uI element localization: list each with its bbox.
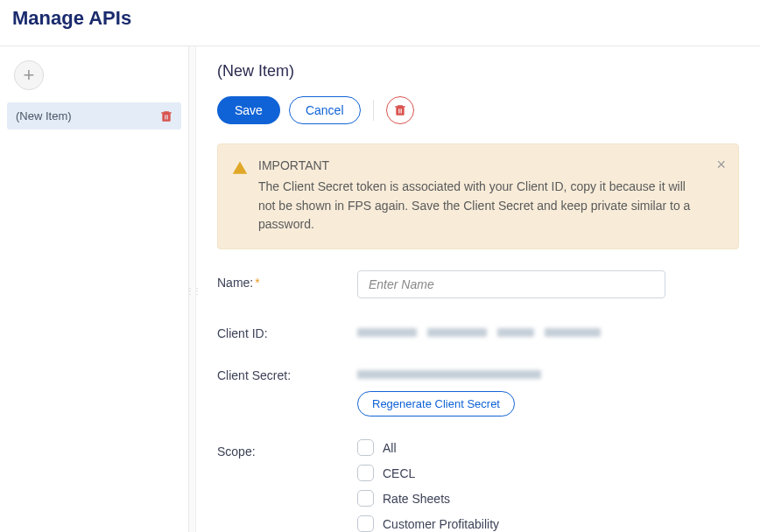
form-row-scope: Scope: All CECL Rate Sheets	[217, 439, 739, 532]
form-row-client-secret: Client Secret: Regenerate Client Secret	[217, 363, 739, 416]
client-secret-value-redacted	[357, 363, 665, 379]
scope-label: Scope:	[217, 439, 357, 458]
alert-body: IMPORTANT The Client Secret token is ass…	[258, 158, 703, 234]
close-icon[interactable]: ×	[716, 157, 726, 172]
required-indicator: *	[255, 276, 259, 290]
regenerate-secret-button[interactable]: Regenerate Client Secret	[357, 391, 515, 416]
delete-button[interactable]	[386, 96, 414, 124]
alert-title: IMPORTANT	[258, 158, 703, 172]
client-id-label: Client ID:	[217, 321, 357, 340]
content-pane: (New Item) Save Cancel IMPORTANT The Cli…	[196, 46, 760, 532]
checkbox-icon	[357, 515, 374, 532]
sidebar-item-new[interactable]: (New Item)	[7, 102, 181, 130]
sidebar: + (New Item)	[0, 46, 189, 532]
client-secret-label: Client Secret:	[217, 363, 357, 382]
scope-checkbox-list: All CECL Rate Sheets Customer Profitabil…	[357, 439, 665, 532]
trash-icon[interactable]	[160, 110, 172, 122]
important-alert: IMPORTANT The Client Secret token is ass…	[217, 144, 739, 249]
scope-option-cecl[interactable]: CECL	[357, 465, 665, 481]
alert-text: The Client Secret token is associated wi…	[258, 178, 703, 234]
trash-icon	[394, 104, 406, 116]
client-id-value-redacted	[357, 321, 665, 337]
checkbox-icon	[357, 465, 374, 481]
checkbox-label: All	[383, 441, 397, 455]
toolbar: Save Cancel	[217, 96, 739, 124]
scope-option-rate-sheets[interactable]: Rate Sheets	[357, 490, 665, 507]
form-row-client-id: Client ID:	[217, 321, 739, 340]
name-input[interactable]	[357, 270, 665, 298]
warning-icon	[232, 160, 248, 176]
checkbox-label: Rate Sheets	[383, 492, 450, 506]
cancel-button[interactable]: Cancel	[289, 96, 361, 124]
content-title: (New Item)	[217, 62, 739, 80]
checkbox-label: CECL	[383, 466, 415, 480]
plus-icon: +	[24, 66, 35, 85]
toolbar-divider	[373, 100, 374, 121]
save-button[interactable]: Save	[217, 96, 280, 124]
add-item-button[interactable]: +	[14, 60, 44, 90]
splitter-handle[interactable]	[189, 46, 196, 532]
sidebar-item-label: (New Item)	[16, 109, 72, 122]
scope-option-customer-profitability[interactable]: Customer Profitability	[357, 515, 665, 532]
form-row-name: Name:*	[217, 270, 739, 298]
checkbox-label: Customer Profitability	[383, 517, 499, 531]
checkbox-icon	[357, 439, 374, 456]
main-layout: + (New Item) (New Item) Save Cancel	[0, 46, 760, 532]
name-label: Name:*	[217, 270, 357, 290]
checkbox-icon	[357, 490, 374, 507]
scope-option-all[interactable]: All	[357, 439, 665, 456]
page-title: Manage APIs	[0, 0, 760, 46]
